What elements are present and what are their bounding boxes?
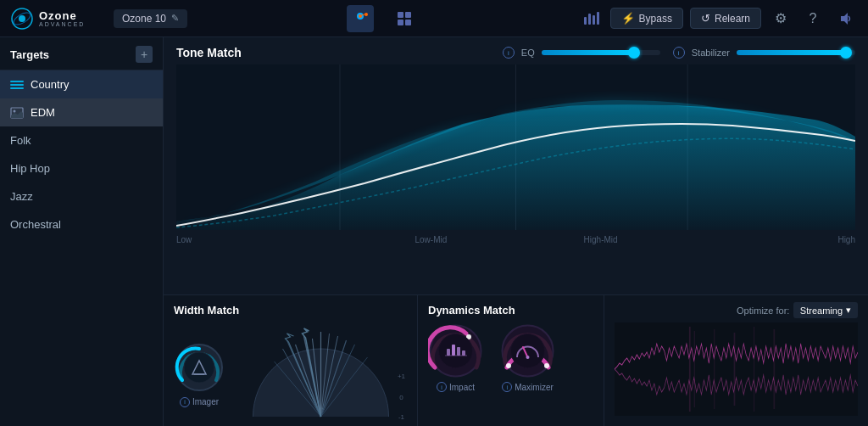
logo-area: Ozone ADVANCED [10, 7, 103, 31]
nav-modules-icon[interactable] [391, 5, 418, 32]
svg-point-52 [544, 363, 549, 368]
imager-label: i Imager [180, 397, 219, 407]
svg-rect-16 [10, 84, 24, 86]
svg-point-55 [526, 356, 530, 359]
svg-rect-48 [462, 350, 465, 356]
optimize-label: Optimize for: [737, 305, 789, 316]
orchestral-label: Orchestral [10, 218, 61, 231]
preset-selector[interactable]: Ozone 10 ✎ [114, 9, 187, 28]
audio-icon[interactable] [832, 6, 858, 31]
stabilizer-info-icon[interactable]: i [673, 47, 685, 59]
tone-match-area: Tone Match i EQ i Stabilizer [164, 37, 868, 294]
sliders-row: i EQ i Stabilizer [503, 47, 855, 59]
svg-rect-13 [593, 15, 595, 25]
optimize-value: Streaming [800, 305, 843, 316]
stereo-scope: +1 0 -1 [235, 323, 407, 425]
svg-rect-7 [398, 12, 403, 18]
svg-rect-45 [447, 349, 450, 356]
right-panel: Tone Match i EQ i Stabilizer [164, 37, 868, 426]
chevron-down-icon: ▾ [846, 305, 851, 316]
eq-slider[interactable] [542, 50, 660, 55]
preset-name: Ozone 10 [122, 13, 166, 25]
dynamics-content: i Impact [428, 323, 593, 392]
bypass-icon: ⚡ [621, 12, 635, 25]
logo-text: Ozone ADVANCED [39, 10, 85, 27]
tone-match-title: Tone Match [176, 46, 242, 59]
header: Ozone ADVANCED Ozone 10 ✎ [0, 0, 868, 37]
svg-rect-15 [10, 81, 24, 82]
optimize-header: Optimize for: Streaming ▾ [615, 302, 858, 318]
svg-rect-58 [694, 331, 695, 407]
folk-label: Folk [10, 134, 31, 147]
optimize-panel: Optimize for: Streaming ▾ [604, 295, 868, 426]
svg-point-51 [506, 363, 511, 368]
svg-rect-57 [689, 327, 691, 412]
maximizer-info-icon[interactable]: i [502, 382, 512, 392]
maximizer-knob-section: i Maximizer [500, 323, 555, 392]
freq-highmid: High-Mid [516, 235, 686, 244]
optimize-waveform [615, 322, 858, 416]
pencil-icon: ✎ [171, 13, 179, 24]
sidebar-item-jazz[interactable]: Jazz [0, 182, 163, 210]
sidebar-item-orchestral[interactable]: Orchestral [0, 210, 163, 238]
edm-label: EDM [31, 106, 55, 119]
stabilizer-slider[interactable] [737, 50, 855, 55]
sidebar-list: Country EDM Folk Hip Hop Jazz [0, 70, 163, 426]
imager-knob[interactable] [174, 342, 225, 393]
svg-rect-61 [754, 327, 754, 412]
svg-point-19 [14, 109, 16, 112]
add-target-button[interactable]: + [136, 46, 153, 63]
width-match-panel: Width Match [164, 295, 418, 426]
optimize-select[interactable]: Streaming ▾ [793, 302, 858, 318]
impact-info-icon[interactable]: i [437, 382, 447, 392]
sidebar-title: Targets [10, 48, 49, 61]
sidebar-header: Targets + [0, 37, 163, 70]
sidebar-item-hiphop[interactable]: Hip Hop [0, 154, 163, 182]
width-match-title: Width Match [174, 304, 407, 317]
svg-rect-60 [734, 333, 736, 406]
tone-chart-svg [176, 64, 855, 230]
svg-text:+1: +1 [398, 373, 406, 380]
sidebar-item-country[interactable]: Country [0, 70, 163, 98]
svg-rect-47 [457, 347, 460, 356]
dynamics-match-panel: Dynamics Match [418, 295, 604, 426]
svg-rect-14 [597, 12, 599, 25]
image-icon [10, 107, 24, 119]
tone-chart: Low Low-Mid High-Mid High [176, 64, 855, 230]
eq-label: EQ [521, 48, 535, 58]
svg-point-5 [364, 13, 368, 16]
impact-knob[interactable] [428, 323, 483, 378]
svg-point-25 [184, 352, 214, 383]
nav-assistant-icon[interactable] [347, 5, 374, 32]
svg-point-44 [439, 334, 473, 368]
svg-rect-12 [588, 14, 591, 25]
imager-info-icon[interactable]: i [180, 397, 190, 407]
impact-knob-section: i Impact [428, 323, 483, 392]
eq-slider-group: i EQ [503, 47, 660, 59]
sidebar-item-folk[interactable]: Folk [0, 126, 163, 154]
bottom-panels: Width Match [164, 294, 868, 426]
sidebar: Targets + Country [0, 37, 164, 426]
svg-rect-9 [398, 20, 403, 25]
freq-low: Low [176, 235, 346, 244]
logo-ozone-text: Ozone [39, 10, 85, 21]
svg-rect-11 [584, 17, 587, 25]
maximizer-knob[interactable] [500, 323, 555, 378]
bypass-button[interactable]: ⚡ Bypass [610, 8, 683, 29]
freq-high: High [686, 235, 855, 244]
svg-rect-17 [10, 87, 24, 89]
svg-point-53 [511, 334, 545, 368]
freq-lowmid: Low-Mid [346, 235, 515, 244]
hiphop-label: Hip Hop [10, 162, 50, 175]
logo-advanced-text: ADVANCED [39, 21, 85, 27]
stabilizer-label: Stabilizer [692, 48, 730, 58]
settings-icon[interactable]: ⚙ [768, 6, 793, 31]
sidebar-item-edm[interactable]: EDM [0, 98, 163, 126]
freq-labels: Low Low-Mid High-Mid High [176, 233, 855, 244]
help-icon[interactable]: ? [800, 6, 826, 31]
svg-rect-62 [773, 329, 775, 409]
visualizer-icon[interactable] [578, 6, 604, 31]
eq-info-icon[interactable]: i [503, 47, 515, 59]
svg-text:-1: -1 [398, 413, 405, 421]
relearn-button[interactable]: ↺ Relearn [690, 8, 761, 29]
